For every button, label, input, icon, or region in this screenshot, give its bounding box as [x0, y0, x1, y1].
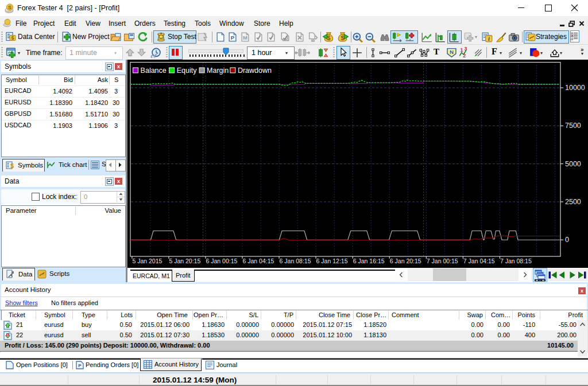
- svg-text:6 Jan 08:15: 6 Jan 08:15: [280, 258, 311, 264]
- svg-text:2: 2: [463, 53, 466, 58]
- svg-text:$: $: [10, 162, 14, 169]
- svg-text:5 Jan 20:15: 5 Jan 20:15: [169, 258, 200, 264]
- svg-text:S: S: [8, 5, 11, 10]
- svg-text:6 Jan 12:15: 6 Jan 12:15: [316, 258, 348, 264]
- svg-text:Equity: Equity: [177, 67, 197, 75]
- svg-text:$: $: [341, 34, 345, 41]
- svg-text:5000: 5000: [565, 160, 581, 168]
- svg-text:Drawdown: Drawdown: [238, 67, 272, 75]
- svg-text:N: N: [450, 49, 454, 55]
- svg-text:7 Jan 04:15: 7 Jan 04:15: [463, 258, 495, 264]
- svg-text:$: $: [11, 35, 14, 41]
- svg-text:6 Jan 20:15: 6 Jan 20:15: [390, 258, 421, 264]
- svg-text:7 Jan 00:15: 7 Jan 00:15: [427, 258, 458, 264]
- svg-text:M: M: [243, 34, 247, 41]
- svg-text:5 Jan 2015: 5 Jan 2015: [132, 258, 162, 264]
- svg-text:i: i: [488, 36, 490, 42]
- svg-text:P: P: [78, 363, 82, 368]
- svg-text:P: P: [231, 34, 235, 41]
- svg-text:7 Jan 08:15: 7 Jan 08:15: [500, 258, 532, 264]
- svg-text:3: 3: [465, 47, 467, 52]
- svg-text:7500: 7500: [565, 122, 581, 130]
- svg-text:Margin: Margin: [207, 67, 229, 75]
- svg-text:0: 0: [565, 236, 569, 244]
- svg-text:$: $: [327, 34, 331, 41]
- svg-text:6 Jan 16:15: 6 Jan 16:15: [353, 258, 385, 264]
- svg-text:6 Jan 04:15: 6 Jan 04:15: [243, 258, 274, 264]
- svg-text:Balance: Balance: [141, 67, 167, 75]
- svg-text:6 Jan 00:15: 6 Jan 00:15: [206, 258, 238, 264]
- svg-text:2500: 2500: [565, 198, 581, 206]
- svg-text:10000: 10000: [565, 84, 585, 92]
